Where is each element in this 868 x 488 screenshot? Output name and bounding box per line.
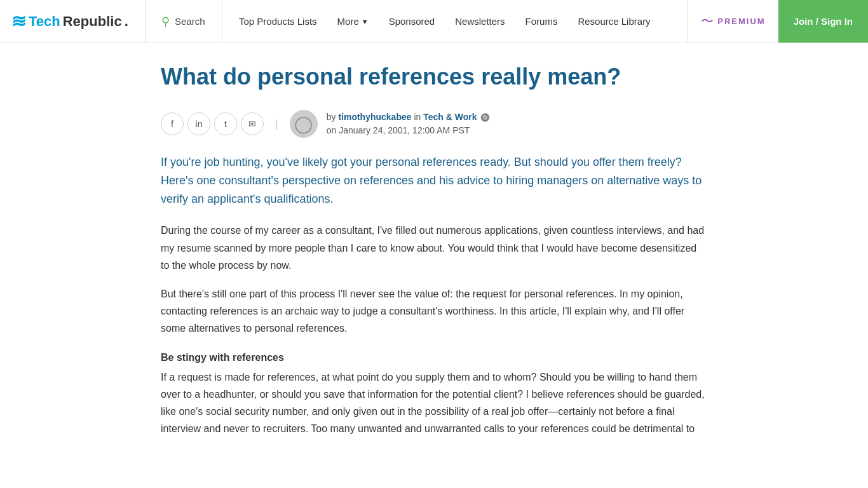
nav-item-newsletters[interactable]: Newsletters: [445, 0, 515, 43]
twitter-icon: t: [224, 119, 227, 129]
article-title: What do personal references really mean?: [161, 62, 707, 91]
logo-dot: .: [125, 13, 128, 30]
nav-item-sponsored[interactable]: Sponsored: [379, 0, 445, 43]
nav-item-forums[interactable]: Forums: [515, 0, 568, 43]
author-name[interactable]: timothyhuckabee: [338, 112, 411, 122]
nav-item-top-products[interactable]: Top Products Lists: [229, 0, 327, 43]
section-heading: Be stingy with references: [161, 349, 707, 366]
article-intro: If you're job hunting, you've likely got…: [161, 153, 707, 208]
email-share-button[interactable]: ✉: [241, 112, 264, 135]
facebook-icon: f: [171, 119, 173, 129]
premium-area[interactable]: 〜 PREMIUM: [688, 0, 778, 43]
join-sign-in-button[interactable]: Join / Sign In: [778, 0, 868, 43]
logo-area[interactable]: ≋ TechRepublic.: [0, 0, 146, 43]
premium-icon: 〜: [701, 13, 714, 30]
share-buttons: f in t ✉: [161, 112, 264, 135]
facebook-share-button[interactable]: f: [161, 112, 184, 135]
search-icon: ⚲: [161, 15, 170, 29]
search-area[interactable]: ⚲ Search: [146, 0, 222, 43]
nav-item-resource-library[interactable]: Resource Library: [567, 0, 660, 43]
article-content: What do personal references really mean?…: [148, 43, 720, 474]
article-body: During the course of my career as a cons…: [161, 222, 707, 437]
body-paragraph-2: But there's still one part of this proce…: [161, 285, 707, 337]
logo-republic: Republic: [63, 13, 122, 30]
linkedin-icon: in: [196, 119, 203, 129]
premium-label: PREMIUM: [717, 17, 765, 26]
main-nav: Top Products Lists More ▼ Sponsored News…: [222, 0, 688, 43]
rss-icon: 🔘: [480, 113, 490, 122]
search-label: Search: [175, 16, 205, 27]
twitter-share-button[interactable]: t: [214, 112, 237, 135]
site-header: ≋ TechRepublic. ⚲ Search Top Products Li…: [0, 0, 868, 43]
email-icon: ✉: [248, 119, 256, 129]
article-date: on January 24, 2001, 12:00 AM PST: [327, 124, 491, 137]
share-divider: |: [275, 118, 278, 131]
linkedin-share-button[interactable]: in: [187, 112, 210, 135]
nav-item-more[interactable]: More ▼: [327, 0, 379, 43]
category-link[interactable]: Tech & Work: [423, 112, 477, 122]
avatar-icon: ◯: [294, 114, 313, 134]
logo-brand: Tech: [29, 13, 60, 30]
body-section-heading-paragraph: Be stingy with references If a request i…: [161, 349, 707, 438]
avatar: ◯: [290, 110, 318, 138]
author-info: by timothyhuckabee in Tech & Work 🔘 on J…: [327, 111, 491, 137]
logo: ≋ TechRepublic.: [11, 11, 128, 32]
logo-icon: ≋: [11, 11, 26, 32]
article-meta: f in t ✉ | ◯ by timothyhuckabee in Tech …: [161, 110, 707, 138]
more-chevron-icon: ▼: [362, 18, 369, 25]
body-paragraph-1: During the course of my career as a cons…: [161, 222, 707, 274]
body-paragraph-3: If a request is made for references, at …: [161, 372, 705, 435]
author-byline: by timothyhuckabee in Tech & Work 🔘: [327, 111, 491, 124]
